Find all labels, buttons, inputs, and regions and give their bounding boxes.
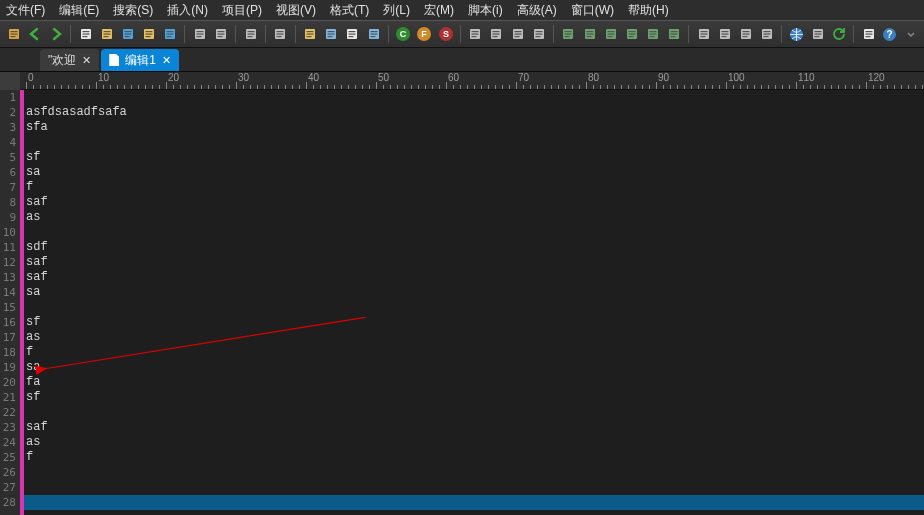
menu-search[interactable]: 搜索(S): [113, 2, 153, 19]
ruler-tick: [320, 72, 321, 89]
ruler-tick: [663, 72, 664, 89]
save-icon[interactable]: [4, 24, 23, 44]
close-icon[interactable]: ✕: [162, 54, 171, 67]
copy-icon[interactable]: [241, 24, 260, 44]
link1-icon[interactable]: [559, 24, 578, 44]
uc-icon[interactable]: C: [394, 24, 413, 44]
save-as-icon[interactable]: [118, 24, 137, 44]
win3-icon[interactable]: [736, 24, 755, 44]
folder-open-icon[interactable]: [139, 24, 158, 44]
menu-script[interactable]: 脚本(i): [468, 2, 503, 19]
copy2-icon[interactable]: [487, 24, 506, 44]
menu-help[interactable]: 帮助(H): [628, 2, 669, 19]
new-icon[interactable]: [76, 24, 95, 44]
link3-icon[interactable]: [601, 24, 620, 44]
text-line[interactable]: as: [24, 210, 924, 225]
text-line[interactable]: f: [24, 345, 924, 360]
text-line[interactable]: sf: [24, 150, 924, 165]
menu-window[interactable]: 窗口(W): [571, 2, 614, 19]
folder-save-icon[interactable]: [160, 24, 179, 44]
svg-rect-103: [700, 31, 707, 32]
svg-rect-47: [328, 36, 333, 37]
ruler-tick: [369, 72, 370, 89]
text-line[interactable]: [24, 405, 924, 420]
col3-icon[interactable]: [343, 24, 362, 44]
link4-icon[interactable]: [622, 24, 641, 44]
text-line[interactable]: sf: [24, 315, 924, 330]
clipboard-icon[interactable]: [529, 24, 548, 44]
menu-advanced[interactable]: 高级(A): [517, 2, 557, 19]
col2-icon[interactable]: [322, 24, 341, 44]
db-icon[interactable]: [808, 24, 827, 44]
text-line[interactable]: [24, 465, 924, 480]
link5-icon[interactable]: [643, 24, 662, 44]
link6-icon[interactable]: [664, 24, 683, 44]
editor: 1234567891011121314151617181920212223242…: [0, 90, 924, 515]
menu-format[interactable]: 格式(T): [330, 2, 369, 19]
menu-insert[interactable]: 插入(N): [167, 2, 208, 19]
print-preview-icon[interactable]: [211, 24, 230, 44]
text-line[interactable]: sdf: [24, 240, 924, 255]
close-icon[interactable]: ✕: [82, 54, 91, 67]
text-line[interactable]: [24, 90, 924, 105]
svg-rect-124: [865, 31, 872, 32]
menu-project[interactable]: 项目(P): [222, 2, 262, 19]
menu-column[interactable]: 列(L): [383, 2, 410, 19]
us-icon[interactable]: S: [436, 24, 455, 44]
text-line[interactable]: sfa: [24, 120, 924, 135]
win2-icon[interactable]: [715, 24, 734, 44]
text-line[interactable]: sa: [24, 165, 924, 180]
ruler-tick: [859, 72, 860, 89]
tab-bar: "欢迎 ✕ 编辑1 ✕: [0, 48, 924, 72]
forward-icon[interactable]: [46, 24, 65, 44]
text-line[interactable]: f: [24, 180, 924, 195]
tab-welcome[interactable]: "欢迎 ✕: [40, 49, 99, 71]
line-number: 4: [0, 135, 20, 150]
paste-icon[interactable]: [271, 24, 290, 44]
text-line[interactable]: saf: [24, 420, 924, 435]
paste2-icon[interactable]: [508, 24, 527, 44]
menu-view[interactable]: 视图(V): [276, 2, 316, 19]
ruler-tick: [194, 72, 195, 89]
back-icon[interactable]: [25, 24, 44, 44]
text-line[interactable]: [24, 300, 924, 315]
text-line[interactable]: [24, 225, 924, 240]
menu-file[interactable]: 文件(F): [6, 2, 45, 19]
text-line[interactable]: asfdsasadfsafa: [24, 105, 924, 120]
text-line[interactable]: sf: [24, 390, 924, 405]
text-line[interactable]: fa: [24, 375, 924, 390]
link2-icon[interactable]: [580, 24, 599, 44]
text-line[interactable]: as: [24, 435, 924, 450]
help-icon[interactable]: ?: [880, 24, 899, 44]
ruler-tick: [628, 72, 629, 89]
text-line[interactable]: [24, 480, 924, 495]
print-icon[interactable]: [190, 24, 209, 44]
uf-icon[interactable]: F: [415, 24, 434, 44]
col1-icon[interactable]: [301, 24, 320, 44]
win4-icon[interactable]: [757, 24, 776, 44]
text-line[interactable]: [24, 495, 924, 510]
text-line[interactable]: f: [24, 450, 924, 465]
text-line[interactable]: saf: [24, 195, 924, 210]
ruler-tick: [712, 72, 713, 89]
open-icon[interactable]: [97, 24, 116, 44]
svg-rect-45: [328, 31, 335, 32]
menu-edit[interactable]: 编辑(E): [59, 2, 99, 19]
tab-edit1[interactable]: 编辑1 ✕: [101, 49, 179, 71]
text-line[interactable]: sa: [24, 360, 924, 375]
refresh-icon[interactable]: [829, 24, 848, 44]
text-line[interactable]: sa: [24, 285, 924, 300]
text-line[interactable]: as: [24, 330, 924, 345]
dropdown-icon[interactable]: [901, 24, 920, 44]
doc-icon[interactable]: [859, 24, 878, 44]
text-area[interactable]: asfdsasadfsafasfasfsafsafassdfsafsafsasf…: [24, 90, 924, 515]
cut-icon[interactable]: [466, 24, 485, 44]
col4-icon[interactable]: [364, 24, 383, 44]
globe-icon[interactable]: [787, 24, 806, 44]
text-line[interactable]: [24, 135, 924, 150]
win1-icon[interactable]: [694, 24, 713, 44]
text-line[interactable]: saf: [24, 270, 924, 285]
text-line[interactable]: saf: [24, 255, 924, 270]
line-number-gutter: 1234567891011121314151617181920212223242…: [0, 90, 20, 515]
menu-macro[interactable]: 宏(M): [424, 2, 454, 19]
